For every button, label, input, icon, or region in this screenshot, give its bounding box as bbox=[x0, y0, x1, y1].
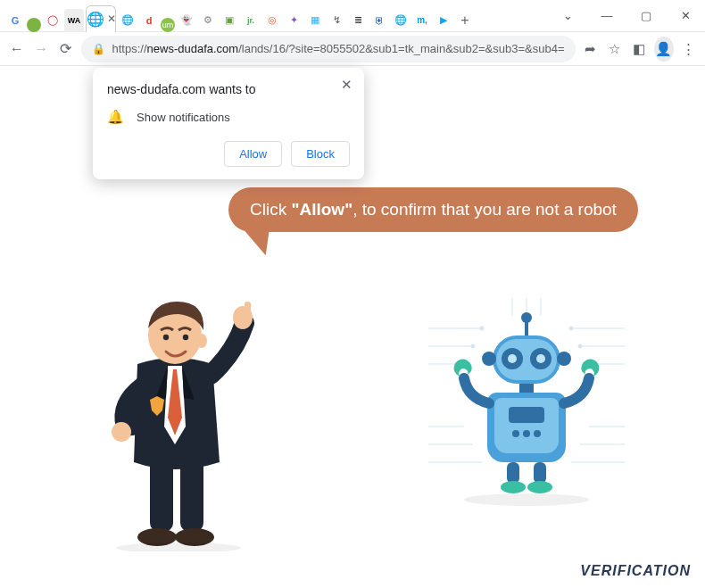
svg-point-35 bbox=[512, 430, 519, 437]
svg-point-20 bbox=[569, 327, 573, 330]
tab-favicon-target[interactable]: ◎ bbox=[262, 9, 282, 32]
close-window-button[interactable]: ✕ bbox=[666, 0, 705, 32]
svg-point-16 bbox=[116, 542, 241, 551]
tab-favicon-d[interactable]: d bbox=[139, 9, 159, 32]
svg-point-18 bbox=[471, 344, 475, 348]
svg-point-30 bbox=[536, 354, 545, 363]
svg-rect-33 bbox=[519, 384, 534, 393]
svg-point-40 bbox=[501, 481, 526, 493]
browser-toolbar: ← → ⟳ 🔒 https://news-dudafa.com/lands/16… bbox=[0, 32, 705, 66]
tab-favicon-um[interactable]: um bbox=[161, 18, 175, 32]
svg-rect-39 bbox=[534, 462, 546, 484]
svg-point-13 bbox=[196, 334, 207, 348]
tab-favicon-android[interactable]: ▣ bbox=[220, 9, 239, 32]
svg-point-31 bbox=[482, 352, 496, 366]
url-host: news-dudafa.com bbox=[147, 42, 239, 55]
globe-icon: 🌐 bbox=[87, 11, 104, 28]
tab-favicon-jr[interactable]: jr. bbox=[241, 9, 261, 32]
block-button[interactable]: Block bbox=[291, 141, 350, 167]
url-protocol: https:// bbox=[112, 42, 147, 55]
close-tab-icon[interactable]: ✕ bbox=[107, 12, 116, 25]
svg-rect-11 bbox=[245, 302, 251, 318]
bell-icon: 🔔 bbox=[107, 109, 124, 125]
tab-favicon-shield2[interactable]: ⛨ bbox=[369, 9, 389, 32]
tab-favicon-shield[interactable]: ◯ bbox=[43, 9, 62, 32]
robot-illustration bbox=[419, 293, 634, 525]
back-button[interactable]: ← bbox=[7, 37, 27, 62]
verification-label: VERIFICATION bbox=[580, 563, 691, 579]
tab-favicon-m[interactable]: m, bbox=[412, 9, 432, 32]
svg-point-29 bbox=[508, 354, 517, 363]
svg-point-36 bbox=[523, 430, 530, 437]
tab-favicon-generic-1[interactable] bbox=[27, 18, 41, 32]
bookmark-star-icon[interactable]: ☆ bbox=[605, 37, 625, 62]
forward-button[interactable]: → bbox=[32, 37, 52, 62]
tab-favicon-ghost[interactable]: 👻 bbox=[177, 9, 196, 32]
lock-icon: 🔒 bbox=[92, 43, 105, 55]
profile-icon[interactable]: 👤 bbox=[654, 37, 674, 62]
tab-favicon-grid[interactable]: ▦ bbox=[305, 9, 325, 32]
svg-point-37 bbox=[534, 430, 541, 437]
tab-favicon-gear[interactable]: ⚙ bbox=[198, 9, 218, 32]
window-controls: ⌄ — ▢ ✕ bbox=[548, 0, 705, 32]
cartoon-man-illustration bbox=[86, 266, 273, 551]
svg-point-42 bbox=[464, 493, 589, 506]
new-tab-button[interactable]: + bbox=[455, 9, 475, 32]
reload-button[interactable]: ⟳ bbox=[56, 37, 76, 62]
speech-text-post: , to confirm that you are not a robot bbox=[352, 200, 617, 219]
url-path: /lands/16/?site=8055502&sub1=tk_main&sub… bbox=[238, 42, 564, 55]
share-icon[interactable]: ➦ bbox=[581, 37, 601, 62]
tab-favicon-globe2[interactable]: 🌐 bbox=[391, 9, 411, 32]
speech-text-bold: "Allow" bbox=[291, 200, 352, 219]
tab-favicon-purple[interactable]: ✦ bbox=[284, 9, 303, 32]
allow-button[interactable]: Allow bbox=[224, 141, 282, 167]
svg-point-21 bbox=[578, 344, 582, 348]
svg-point-15 bbox=[183, 335, 188, 340]
tab-favicon-globe[interactable]: 🌐 bbox=[118, 9, 137, 32]
svg-point-41 bbox=[527, 481, 552, 493]
address-bar[interactable]: 🔒 https://news-dudafa.com/lands/16/?site… bbox=[81, 36, 576, 62]
speech-text-pre: Click bbox=[250, 200, 291, 219]
speech-bubble: Click "Allow", to confirm that you are n… bbox=[228, 187, 638, 232]
notification-permission-dialog: ✕ news-dudafa.com wants to 🔔 Show notifi… bbox=[93, 68, 364, 179]
svg-point-24 bbox=[521, 312, 532, 323]
tab-favicon-video[interactable]: ▶ bbox=[434, 9, 453, 32]
extensions-icon[interactable]: ◧ bbox=[630, 37, 650, 62]
svg-point-17 bbox=[480, 327, 484, 330]
close-dialog-icon[interactable]: ✕ bbox=[337, 77, 355, 93]
tab-favicon-bars[interactable]: ≣ bbox=[348, 9, 368, 32]
tab-favicon-wa[interactable]: WA bbox=[64, 9, 84, 32]
menu-icon[interactable]: ⋮ bbox=[679, 37, 699, 62]
svg-point-32 bbox=[557, 352, 571, 366]
svg-rect-38 bbox=[507, 462, 519, 484]
permission-label: Show notifications bbox=[137, 111, 230, 124]
active-tab[interactable]: 🌐 ✕ bbox=[86, 5, 116, 32]
window-titlebar: G ◯ WA 🌐 ✕ 🌐 d um 👻 ⚙ ▣ jr. ◎ ✦ ▦ ↯ ≣ ⛨ … bbox=[0, 0, 705, 32]
chevron-down-icon[interactable]: ⌄ bbox=[548, 0, 587, 32]
permission-title: news-dudafa.com wants to bbox=[107, 82, 350, 96]
svg-point-9 bbox=[112, 422, 131, 442]
svg-point-14 bbox=[163, 335, 169, 340]
tab-favicon-google[interactable]: G bbox=[5, 9, 25, 32]
tab-favicon-arrow[interactable]: ↯ bbox=[327, 9, 346, 32]
minimize-button[interactable]: — bbox=[587, 0, 626, 32]
svg-rect-34 bbox=[509, 407, 544, 423]
maximize-button[interactable]: ▢ bbox=[626, 0, 666, 32]
tab-strip: G ◯ WA 🌐 ✕ 🌐 d um 👻 ⚙ ▣ jr. ◎ ✦ ▦ ↯ ≣ ⛨ … bbox=[0, 0, 548, 32]
